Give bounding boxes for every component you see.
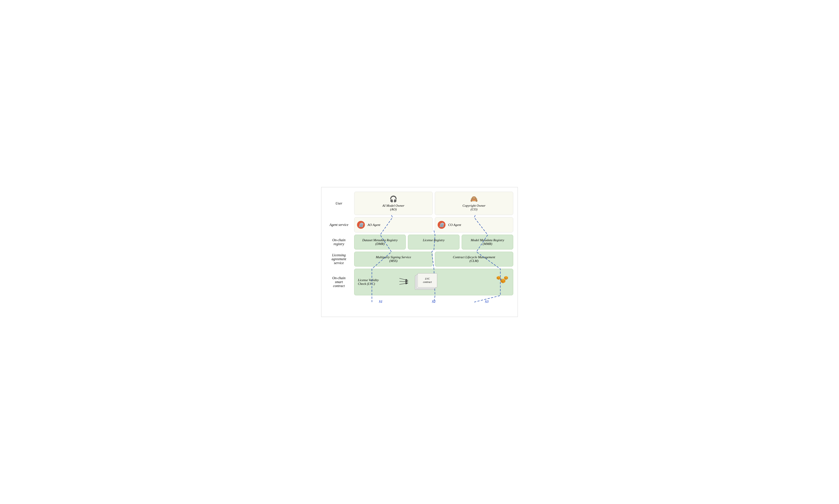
user-cards: 🎧 AI Model Owner(AO) 🙈 Copyright Owner(C… xyxy=(354,192,513,215)
co-title: Copyright Owner(CO) xyxy=(463,204,485,211)
mss-card: Multiparty Signing Service(MSS) xyxy=(354,252,433,267)
agent-row-label: Agent service xyxy=(329,223,348,227)
lr-card: License Registry xyxy=(408,235,460,250)
registry-row-label: On-chainregistry xyxy=(332,238,345,246)
ao-agent-label: AO Agent xyxy=(367,223,380,227)
ao-agent-icon: 🏛️ xyxy=(357,221,365,229)
user-row: User 🎧 AI Model Owner(AO) 🙈 Copyright Ow… xyxy=(326,192,513,215)
cube-icon-svg xyxy=(496,274,510,287)
agent-cards: 🏛️ AO Agent 🏛️ CO Agent xyxy=(354,217,513,232)
registry-row: On-chainregistry Dataset Metadata Regist… xyxy=(326,235,513,250)
lvc-group: LVCcontract xyxy=(399,273,438,291)
svg-line-3 xyxy=(399,283,408,284)
lvc-stack: LVCcontract xyxy=(414,273,438,291)
co-card: 🙈 Copyright Owner(CO) xyxy=(435,192,513,215)
step-s1-label: S1 xyxy=(379,300,382,304)
contract-row: On-chainsmartcontract License ValidityCh… xyxy=(326,269,513,295)
clm-label: Contract Lifecycle Management(CLM) xyxy=(453,255,495,263)
ao-agent-card: 🏛️ AO Agent xyxy=(354,217,433,232)
licensing-cards: Multiparty Signing Service(MSS) Contract… xyxy=(354,252,513,267)
co-agent-card: 🏛️ CO Agent xyxy=(435,217,513,232)
svg-line-2 xyxy=(399,281,408,282)
user-row-label: User xyxy=(336,201,342,205)
licensing-row-label: Licensingagreementservice xyxy=(332,253,346,265)
step-labels: S1 S2 S3 xyxy=(326,298,513,304)
lvc-contract-label: LVCcontract xyxy=(423,277,432,284)
agent-row: Agent service 🏛️ AO Agent 🏛️ CO Agent xyxy=(326,217,513,232)
licensing-row: Licensingagreementservice Multiparty Sig… xyxy=(326,252,513,267)
step-s3-label: S3 xyxy=(485,300,489,304)
lvc-text: License ValidityCheck (LVC) xyxy=(358,278,389,286)
dmr-label: Dataset Metadata Registry(DMR) xyxy=(362,238,398,246)
lvc-card-front: LVCcontract xyxy=(417,273,437,287)
registry-label-cell: On-chainregistry xyxy=(326,235,352,250)
licensing-label-cell: Licensingagreementservice xyxy=(326,252,352,267)
contract-row-label: On-chainsmartcontract xyxy=(332,276,345,288)
mss-label: Multiparty Signing Service(MSS) xyxy=(376,255,411,263)
blockchain-icon xyxy=(496,274,510,290)
mmr-label: Model Metadata Registry(MMR) xyxy=(470,238,504,246)
svg-line-1 xyxy=(399,278,408,281)
mmr-card: Model Metadata Registry(MMR) xyxy=(462,235,513,250)
arrow-group xyxy=(399,276,411,287)
diagram-container: User 🎧 AI Model Owner(AO) 🙈 Copyright Ow… xyxy=(321,187,518,317)
user-label: User xyxy=(326,192,352,215)
ao-emoji: 🎧 xyxy=(390,195,397,202)
clm-card: Contract Lifecycle Management(CLM) xyxy=(435,252,513,267)
step-s2-label: S2 xyxy=(432,300,436,304)
contract-label-cell: On-chainsmartcontract xyxy=(326,269,352,295)
co-agent-icon: 🏛️ xyxy=(438,221,445,229)
co-emoji: 🙈 xyxy=(470,195,478,202)
arrows-to-lvc xyxy=(399,276,411,287)
agent-label-cell: Agent service xyxy=(326,217,352,232)
ao-card: 🎧 AI Model Owner(AO) xyxy=(354,192,433,215)
ao-title: AI Model Owner(AO) xyxy=(382,204,405,211)
registry-cards: Dataset Metadata Registry(DMR) License R… xyxy=(354,235,513,250)
dmr-card: Dataset Metadata Registry(DMR) xyxy=(354,235,406,250)
contract-content: License ValidityCheck (LVC) xyxy=(354,269,513,295)
lr-label: License Registry xyxy=(423,238,445,242)
co-agent-label: CO Agent xyxy=(448,223,461,227)
